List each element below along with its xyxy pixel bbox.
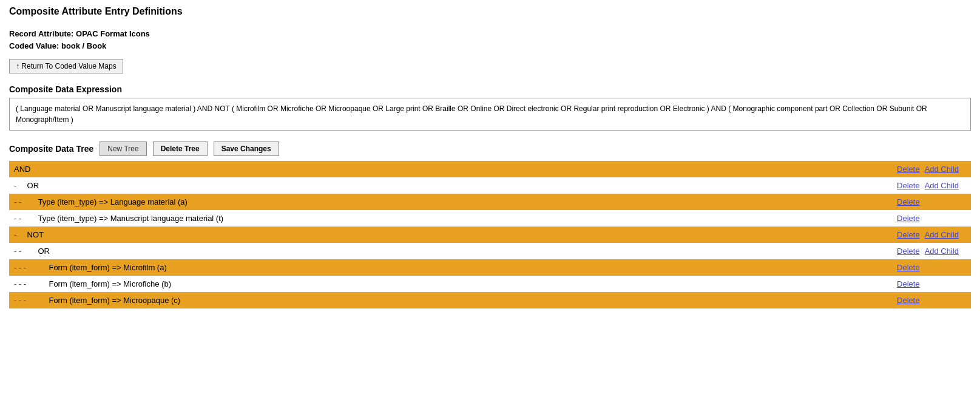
composite-data-tree-label: Composite Data Tree (9, 144, 93, 154)
page-title: Composite Attribute Entry Definitions (9, 6, 971, 17)
dash-prefix: - - (14, 214, 26, 223)
record-attribute-label: Record Attribute: OPAC Format Icons (9, 28, 971, 40)
add-child-link[interactable]: Add Child (925, 165, 959, 174)
tree-node-label: Type (item_type) => Language material (a… (38, 197, 188, 206)
tree-node-label: NOT (27, 230, 44, 239)
table-row: - NOTDeleteAdd Child (9, 227, 971, 243)
tree-row-actions: Delete (892, 194, 971, 210)
dash-prefix: - - - (14, 263, 30, 272)
composite-data-expression-box: ( Language material OR Manuscript langua… (9, 98, 971, 131)
delete-link[interactable]: Delete (897, 230, 920, 239)
table-row: - - Type (item_type) => Language materia… (9, 194, 971, 210)
composite-data-tree-header: Composite Data Tree New Tree Delete Tree… (9, 141, 971, 156)
composite-data-expression-title: Composite Data Expression (9, 84, 971, 94)
dash-prefix: - (14, 230, 21, 239)
new-tree-button[interactable]: New Tree (100, 141, 146, 156)
table-row: - ORDeleteAdd Child (9, 177, 971, 194)
tree-node-label: OR (38, 247, 50, 256)
coded-value-label: Coded Value: book / Book (9, 40, 971, 52)
tree-row-actions: Delete (892, 276, 971, 292)
add-child-link[interactable]: Add Child (925, 181, 959, 190)
tree-row-actions: DeleteAdd Child (892, 161, 971, 177)
tree-node-label: Form (item_form) => Microopaque (c) (49, 296, 180, 305)
dash-prefix: - - - (14, 279, 30, 288)
tree-row-actions: DeleteAdd Child (892, 227, 971, 243)
add-child-link[interactable]: Add Child (925, 247, 959, 256)
return-to-coded-value-maps-button[interactable]: ↑ Return To Coded Value Maps (9, 59, 123, 73)
tree-row-actions: DeleteAdd Child (892, 177, 971, 194)
tree-node-label: Form (item_form) => Microfiche (b) (49, 279, 171, 288)
tree-node-label: OR (27, 181, 39, 190)
delete-link[interactable]: Delete (897, 296, 920, 305)
delete-link[interactable]: Delete (897, 165, 920, 174)
tree-row-actions: Delete (892, 292, 971, 308)
record-info: Record Attribute: OPAC Format Icons Code… (9, 28, 971, 52)
composite-data-tree-table: ANDDeleteAdd Child- ORDeleteAdd Child- -… (9, 161, 971, 308)
dash-prefix: - (14, 181, 21, 190)
dash-prefix: - - (14, 197, 26, 206)
table-row: - - - Form (item_form) => Microfilm (a)D… (9, 259, 971, 276)
add-child-link[interactable]: Add Child (925, 230, 959, 239)
delete-link[interactable]: Delete (897, 279, 920, 288)
delete-link[interactable]: Delete (897, 197, 920, 206)
table-row: - - - Form (item_form) => Microfiche (b)… (9, 276, 971, 292)
tree-node-label: AND (14, 165, 30, 174)
delete-link[interactable]: Delete (897, 214, 920, 223)
table-row: - - Type (item_type) => Manuscript langu… (9, 210, 971, 227)
delete-tree-button[interactable]: Delete Tree (153, 141, 208, 156)
save-changes-button[interactable]: Save Changes (214, 141, 279, 156)
dash-prefix: - - (14, 247, 26, 256)
delete-link[interactable]: Delete (897, 247, 920, 256)
tree-node-label: Type (item_type) => Manuscript language … (38, 214, 224, 223)
tree-row-actions: DeleteAdd Child (892, 243, 971, 259)
delete-link[interactable]: Delete (897, 181, 920, 190)
table-row: - - ORDeleteAdd Child (9, 243, 971, 259)
dash-prefix: - - - (14, 296, 30, 305)
tree-node-label: Form (item_form) => Microfilm (a) (49, 263, 166, 272)
tree-row-actions: Delete (892, 259, 971, 276)
table-row: ANDDeleteAdd Child (9, 161, 971, 177)
table-row: - - - Form (item_form) => Microopaque (c… (9, 292, 971, 308)
delete-link[interactable]: Delete (897, 263, 920, 272)
tree-row-actions: Delete (892, 210, 971, 227)
